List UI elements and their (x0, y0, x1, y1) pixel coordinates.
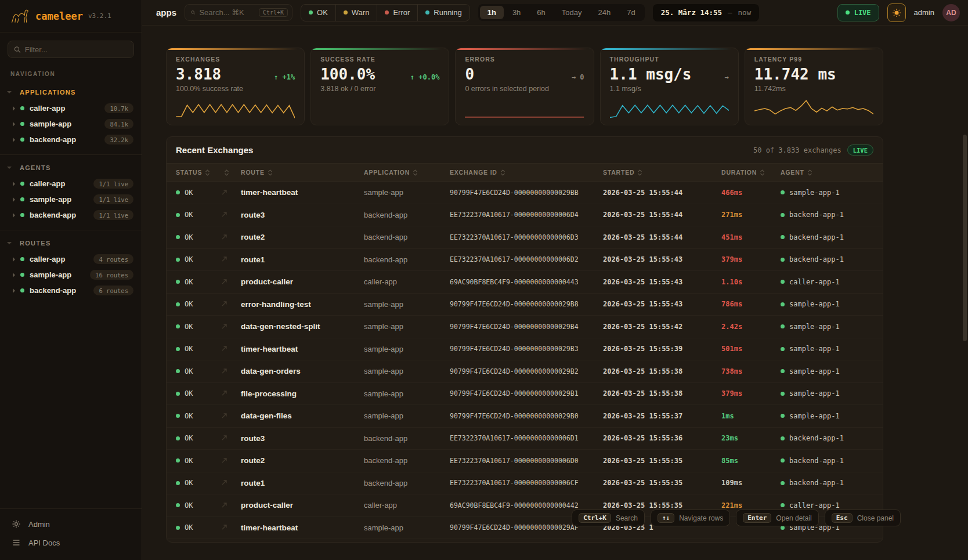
table-row[interactable]: OK route3 backend-app EE7322370A10617-00… (167, 204, 883, 227)
column-header-application[interactable]: APPLICATION (364, 169, 450, 176)
table-row[interactable]: OK route1 backend-app EE7322370A10617-00… (167, 249, 883, 272)
open-detail-arrow-icon[interactable] (221, 500, 241, 511)
kbd-key: Enter (743, 513, 771, 523)
nav-section-applications[interactable]: APPLICATIONS (0, 84, 142, 100)
range-7d[interactable]: 7d (619, 6, 642, 19)
avatar[interactable]: AD (942, 4, 960, 21)
column-header-expand[interactable] (221, 169, 241, 176)
status-dot (176, 458, 180, 463)
column-header-exchange-id[interactable]: EXCHANGE ID (450, 169, 603, 176)
table-row[interactable]: OK route1 backend-app EE7322370A10617-00… (167, 472, 883, 495)
range-3h[interactable]: 3h (505, 6, 528, 19)
duration-value: 109ms (721, 479, 781, 487)
open-detail-arrow-icon[interactable] (221, 478, 241, 488)
global-search-input[interactable] (199, 8, 254, 17)
open-detail-arrow-icon[interactable] (221, 433, 241, 443)
filter-ok[interactable]: OK (301, 5, 335, 21)
sidebar-item-caller-app[interactable]: caller-app 1/1 live (0, 176, 142, 192)
open-detail-arrow-icon[interactable] (221, 388, 241, 399)
open-detail-arrow-icon[interactable] (221, 232, 241, 243)
sidebar-item-caller-app[interactable]: caller-app 10.7k (0, 100, 142, 116)
column-header-agent[interactable]: AGENT (781, 169, 873, 176)
status-label: OK (185, 211, 193, 219)
table-row[interactable]: OK timer-heartbeat sample-app 90799F47E6… (167, 338, 883, 361)
open-detail-arrow-icon[interactable] (221, 321, 241, 332)
filter-warn[interactable]: Warn (335, 5, 377, 21)
live-toggle-button[interactable]: LIVE (837, 4, 879, 21)
range-6h[interactable]: 6h (529, 6, 552, 19)
date-range-display[interactable]: 25. März 14:55 — now (653, 4, 759, 21)
exchange-id: EE7322370A10617-00000000000006CF (450, 479, 603, 487)
sidebar-item-sample-app[interactable]: sample-app 1/1 live (0, 192, 142, 207)
table-row[interactable]: OK timer-heartbeat sample-app 90799F47E6… (167, 182, 883, 204)
status-dot (20, 288, 24, 292)
scrollbar[interactable] (963, 135, 967, 341)
agent-status-dot (781, 235, 785, 239)
table-row[interactable]: OK file-processing sample-app 90799F47E6… (167, 383, 883, 406)
duration-value: 379ms (721, 255, 781, 263)
sidebar-item-backend-app[interactable]: backend-app 32.2k (0, 132, 142, 147)
nav-item-label: backend-app (30, 211, 76, 219)
table-row[interactable]: OK route2 backend-app EE7322370A10617-00… (167, 450, 883, 472)
sidebar-item-backend-app[interactable]: backend-app 1/1 live (0, 207, 142, 223)
column-header-duration[interactable]: DURATION (721, 169, 781, 176)
sort-icon (205, 169, 210, 176)
card-accent-bar (167, 48, 304, 50)
column-header-status[interactable]: STATUS (176, 169, 221, 176)
status-label: OK (185, 278, 193, 286)
range-1h[interactable]: 1h (480, 6, 504, 19)
sidebar-item-sample-app[interactable]: sample-app 84.1k (0, 116, 142, 132)
filter-status-dot (309, 10, 313, 15)
open-detail-arrow-icon[interactable] (221, 522, 241, 533)
open-detail-arrow-icon[interactable] (221, 299, 241, 309)
status-dot (176, 280, 180, 284)
stat-card-exchanges: EXCHANGES 3.818 ↑ +1% 100.0% success rat… (166, 48, 305, 125)
sidebar-item-caller-app[interactable]: caller-app 4 routes (0, 251, 142, 267)
sidebar-item-sample-app[interactable]: sample-app 16 routes (0, 267, 142, 283)
open-detail-arrow-icon[interactable] (221, 187, 241, 198)
filter-running[interactable]: Running (417, 5, 469, 21)
table-row[interactable]: OK data-gen-files sample-app 90799F47E6C… (167, 405, 883, 428)
date-from: 25. März 14:55 (661, 8, 722, 17)
open-detail-arrow-icon[interactable] (221, 209, 241, 220)
sidebar-admin[interactable]: Admin (0, 515, 142, 533)
sidebar-filter-input[interactable] (25, 45, 128, 54)
agent-status-dot (781, 302, 785, 306)
table-row[interactable]: OK error-handling-test sample-app 90799F… (167, 294, 883, 316)
duration-value: 466ms (721, 189, 781, 197)
table-row[interactable]: OK route2 backend-app EE7322370A10617-00… (167, 226, 883, 249)
brand[interactable]: cameleer v3.2.1 (0, 0, 142, 32)
status-dot (176, 213, 180, 217)
open-detail-arrow-icon[interactable] (221, 456, 241, 466)
column-header-route[interactable]: ROUTE (241, 169, 364, 176)
sidebar-item-backend-app[interactable]: backend-app 6 routes (0, 283, 142, 298)
status-label: OK (185, 367, 193, 375)
open-detail-arrow-icon[interactable] (221, 254, 241, 265)
table-row[interactable]: OK data-gen-orders sample-app 90799F47E6… (167, 360, 883, 383)
nav-section-routes[interactable]: ROUTES (0, 235, 142, 251)
column-header-started[interactable]: STARTED (603, 169, 721, 176)
status-label: OK (185, 189, 193, 197)
range-24h[interactable]: 24h (591, 6, 619, 19)
open-detail-arrow-icon[interactable] (221, 344, 241, 354)
chevron-right-icon (13, 288, 15, 293)
sidebar-filter[interactable] (8, 41, 134, 58)
global-search[interactable]: Ctrl+K (185, 4, 292, 21)
range-today[interactable]: Today (554, 6, 590, 19)
theme-toggle-button[interactable] (887, 3, 906, 22)
filter-error[interactable]: Error (377, 5, 417, 21)
open-detail-arrow-icon[interactable] (221, 411, 241, 421)
status-dot (176, 190, 180, 194)
open-detail-arrow-icon[interactable] (221, 277, 241, 287)
table-row[interactable]: OK route3 backend-app EE7322370A10617-00… (167, 428, 883, 450)
started-timestamp: 2026-03-25 15:55:43 (603, 300, 721, 308)
table-row[interactable]: OK product-caller caller-app 69AC90BF8EB… (167, 271, 883, 294)
chevron-down-icon (7, 167, 12, 169)
open-detail-arrow-icon[interactable] (221, 366, 241, 377)
started-timestamp: 2026-03-25 15:55:44 (603, 233, 721, 241)
nav-section-agents[interactable]: AGENTS (0, 160, 142, 176)
filter-status-label: Warn (352, 8, 370, 17)
table-row[interactable]: OK data-gen-nested-split sample-app 9079… (167, 316, 883, 338)
sidebar-api-docs[interactable]: API Docs (0, 533, 142, 552)
route-name: route3 (241, 434, 364, 443)
